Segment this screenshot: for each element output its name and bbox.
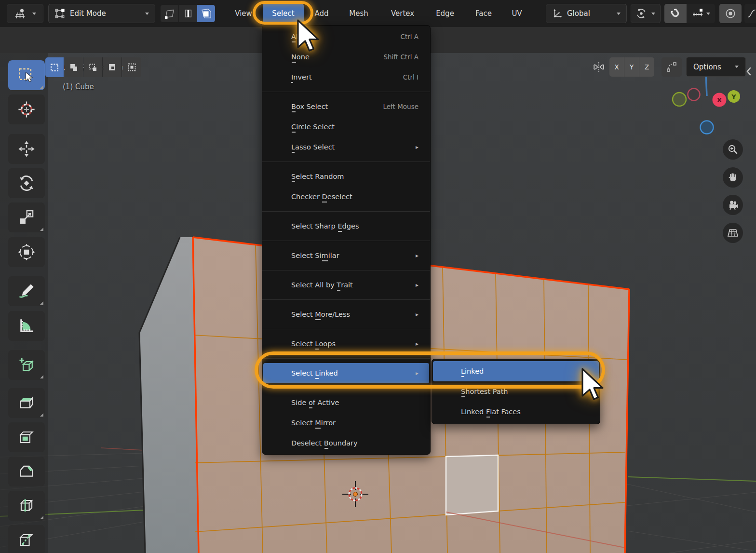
menu-item-box-select[interactable]: Box SelectLeft Mouse bbox=[263, 96, 429, 117]
knife-tool[interactable] bbox=[8, 525, 45, 553]
mirror-butterfly-icon bbox=[593, 61, 605, 73]
add-cube-tool[interactable] bbox=[8, 350, 45, 380]
mirror-axis-group: X Y Z bbox=[609, 57, 654, 77]
collapse-panel-arrow[interactable] bbox=[745, 67, 752, 78]
mirror-x-button[interactable]: X bbox=[609, 57, 624, 77]
move-tool[interactable] bbox=[8, 134, 45, 164]
chevron-down-icon bbox=[735, 66, 739, 68]
mode-dropdown[interactable]: Edit Mode bbox=[48, 4, 155, 23]
menu-item-label: Select Random bbox=[291, 173, 344, 180]
menu-face[interactable]: Face bbox=[475, 0, 492, 27]
axis-minus-y-ball[interactable] bbox=[673, 93, 686, 106]
menu-item-label: None bbox=[291, 53, 310, 61]
toggle-projection-button[interactable] bbox=[723, 223, 743, 243]
menu-item-select-more-less[interactable]: Select More/Less▸ bbox=[263, 304, 429, 324]
bevel-tool[interactable] bbox=[8, 457, 45, 486]
zoom-button[interactable] bbox=[723, 139, 743, 160]
menu-item-label: Linked Flat Faces bbox=[461, 408, 521, 416]
extrude-region-icon bbox=[18, 394, 35, 412]
orientation-label: Global bbox=[567, 9, 590, 18]
loop-cut-tool[interactable] bbox=[8, 491, 45, 521]
pivot-point-dropdown[interactable] bbox=[631, 4, 661, 23]
menu-item-select-loops[interactable]: Select Loops▸ bbox=[263, 334, 429, 354]
menu-edge[interactable]: Edge bbox=[436, 0, 454, 27]
submenu-arrow-icon: ▸ bbox=[416, 144, 418, 150]
menu-item-all[interactable]: AllCtrl A bbox=[263, 27, 429, 47]
submenu-arrow-icon: ▸ bbox=[416, 340, 418, 347]
select-intersect-icon bbox=[127, 63, 137, 72]
falloff-dropdown[interactable] bbox=[744, 4, 756, 23]
menu-uv[interactable]: UV bbox=[512, 0, 522, 27]
zoom-icon bbox=[727, 144, 739, 155]
menu-item-label: Shortest Path bbox=[461, 388, 508, 395]
transform-tool[interactable] bbox=[8, 237, 45, 267]
viewport-header: Edit Mode View Select Add bbox=[0, 0, 756, 27]
snap-settings-dropdown[interactable] bbox=[687, 4, 715, 23]
loop-cut-icon bbox=[18, 497, 35, 514]
edge-select-mode-button[interactable] bbox=[179, 5, 197, 22]
menu-view[interactable]: View bbox=[235, 0, 252, 27]
menu-item-linked-flat-faces[interactable]: Linked Flat Faces bbox=[433, 402, 599, 422]
mirror-y-button[interactable]: Y bbox=[624, 57, 639, 77]
mirror-z-button[interactable]: Z bbox=[639, 57, 654, 77]
menu-item-none[interactable]: NoneShift Ctrl A bbox=[263, 47, 429, 67]
cursor-tool[interactable] bbox=[8, 94, 45, 124]
menu-vertex[interactable]: Vertex bbox=[391, 0, 414, 27]
menu-item-checker-deselect[interactable]: Checker Deselect bbox=[263, 187, 429, 207]
proportional-editing-toggle[interactable] bbox=[719, 4, 742, 23]
select-subtract-button[interactable] bbox=[84, 57, 103, 77]
snap-toggle[interactable] bbox=[664, 4, 687, 23]
3d-viewport-editor-icon bbox=[14, 8, 26, 19]
options-dropdown[interactable]: Options bbox=[686, 57, 746, 77]
face-select-mode-button[interactable] bbox=[197, 5, 215, 22]
mouse-cursor-select bbox=[297, 19, 322, 54]
extrude-region-tool[interactable] bbox=[8, 388, 45, 418]
axis-minus-x-ball[interactable] bbox=[688, 89, 700, 101]
editor-type-button[interactable] bbox=[7, 4, 43, 23]
transform-orientation-dropdown[interactable]: Global bbox=[546, 4, 627, 23]
select-invert-button[interactable] bbox=[103, 57, 122, 77]
menu-item-deselect-boundary[interactable]: Deselect Boundary bbox=[263, 433, 429, 453]
measure-tool[interactable] bbox=[8, 311, 45, 341]
menu-item-shortcut: Ctrl A bbox=[400, 33, 418, 40]
menu-item-label: Circle Select bbox=[291, 123, 335, 131]
menu-item-select-similar[interactable]: Select Similar▸ bbox=[263, 245, 429, 266]
annotate-tool[interactable] bbox=[8, 276, 45, 306]
menu-item-select-all-by-trait[interactable]: Select All by Trait▸ bbox=[263, 275, 429, 295]
menu-item-invert[interactable]: InvertCtrl I bbox=[263, 67, 429, 87]
add-cube-icon bbox=[18, 356, 35, 374]
axis-y-label: Y bbox=[731, 93, 736, 100]
auto-merge-toggle[interactable] bbox=[662, 57, 682, 77]
bevel-icon bbox=[18, 463, 35, 480]
select-new-icon bbox=[50, 63, 59, 72]
mirror-toggle[interactable] bbox=[589, 57, 608, 77]
select-extend-button[interactable] bbox=[65, 57, 83, 77]
select-box-tool[interactable] bbox=[8, 60, 45, 90]
menu-item-label: Lasso Select bbox=[291, 143, 335, 151]
menu-item-select-mirror[interactable]: Select Mirror bbox=[263, 413, 429, 433]
menu-item-select-sharp-edges[interactable]: Select Sharp Edges bbox=[263, 216, 429, 236]
select-intersect-button[interactable] bbox=[122, 57, 141, 77]
menu-item-label: Select Similar bbox=[291, 252, 339, 259]
menu-item-lasso-select[interactable]: Lasso Select▸ bbox=[263, 137, 429, 157]
subtool-corner bbox=[40, 413, 43, 417]
inset-faces-tool[interactable] bbox=[8, 422, 45, 452]
scale-tool[interactable] bbox=[8, 202, 45, 232]
vertex-select-mode-button[interactable] bbox=[161, 5, 178, 22]
menu-item-side-of-active[interactable]: Side of Active bbox=[263, 392, 429, 413]
menu-item-shortcut: Left Mouse bbox=[383, 103, 419, 110]
menu-item-select-random[interactable]: Select Random bbox=[263, 166, 429, 187]
measure-icon bbox=[18, 317, 35, 335]
active-face[interactable] bbox=[446, 455, 498, 515]
rotate-tool[interactable] bbox=[8, 168, 45, 198]
cube-side-face[interactable] bbox=[139, 237, 199, 553]
menu-item-circle-select[interactable]: Circle Select bbox=[263, 117, 429, 137]
pan-button[interactable] bbox=[723, 167, 743, 188]
axis-minus-z-ball[interactable] bbox=[701, 121, 714, 134]
camera-view-button[interactable] bbox=[723, 195, 743, 215]
hand-icon bbox=[727, 172, 739, 183]
snap-increment-icon bbox=[692, 8, 703, 19]
select-set-button[interactable] bbox=[45, 57, 64, 77]
menu-mesh[interactable]: Mesh bbox=[349, 0, 368, 27]
subtool-corner bbox=[40, 375, 43, 378]
